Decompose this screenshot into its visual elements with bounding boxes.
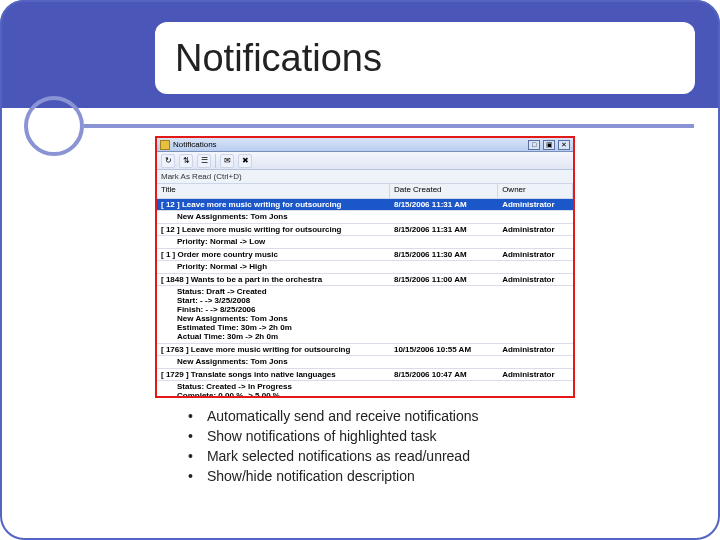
row-owner: Administrator	[498, 344, 573, 355]
notification-row[interactable]: [ 1848 ] Wants to be a part in the orche…	[157, 274, 573, 286]
row-title: [ 12 ] Leave more music writing for outs…	[157, 224, 390, 235]
sort-icon: ⇅	[183, 156, 190, 165]
detail-line: Estimated Time: 30m -> 2h 0m	[177, 323, 569, 332]
column-header-row: Title Date Created Owner	[157, 184, 573, 199]
bullet-list: Automatically send and receive notificat…	[188, 408, 628, 488]
bullet-item: Show/hide notification description	[188, 468, 628, 484]
toolbar-separator	[215, 154, 216, 168]
toolbar-button-1[interactable]: ↻	[161, 154, 175, 168]
toolbar-button-5[interactable]: ✖	[238, 154, 252, 168]
row-title: [ 1729 ] Translate songs into native lan…	[157, 369, 390, 380]
toolbar-button-4[interactable]: ✉	[220, 154, 234, 168]
toolbar-button-3[interactable]: ☰	[197, 154, 211, 168]
delete-icon: ✖	[242, 156, 249, 165]
detail-line: Start: - -> 3/25/2008	[177, 296, 569, 305]
detail-line: Status: Draft -> Created	[177, 287, 569, 296]
row-title: [ 1763 ] Leave more music writing for ou…	[157, 344, 390, 355]
window-title-text: Notifications	[173, 140, 217, 149]
detail-line: New Assignments: Tom Jons	[177, 212, 569, 221]
row-owner: Administrator	[498, 224, 573, 235]
bullet-item: Show notifications of highlighted task	[188, 428, 628, 444]
window-max-button[interactable]: ▣	[543, 140, 555, 150]
bullet-text: Show/hide notification description	[207, 468, 415, 484]
bullet-item: Mark selected notifications as read/unre…	[188, 448, 628, 464]
detail-line: Actual Time: 30m -> 2h 0m	[177, 332, 569, 341]
column-header-title[interactable]: Title	[157, 184, 390, 198]
detail-line: Priority: Normal -> High	[177, 262, 569, 271]
notification-row[interactable]: [ 12 ] Leave more music writing for outs…	[157, 199, 573, 211]
refresh-icon: ↻	[165, 156, 172, 165]
detail-line: New Assignments: Tom Jons	[177, 357, 569, 366]
toolbar: ↻ ⇅ ☰ ✉ ✖	[157, 152, 573, 170]
notification-list[interactable]: [ 12 ] Leave more music writing for outs…	[157, 199, 573, 396]
column-header-owner[interactable]: Owner	[498, 184, 573, 198]
filter-icon: ☰	[201, 156, 208, 165]
decor-hrule	[84, 124, 694, 128]
toolbar-button-2[interactable]: ⇅	[179, 154, 193, 168]
row-title: [ 1 ] Order more country music	[157, 249, 390, 260]
mark-as-read-label: Mark As Read (Ctrl+D)	[161, 172, 242, 181]
row-owner: Administrator	[498, 274, 573, 285]
app-window: Notifications □ ▣ ✕ ↻ ⇅ ☰ ✉ ✖ Mark As Re…	[155, 136, 575, 398]
detail-line: Finish: - -> 8/25/2006	[177, 305, 569, 314]
notification-detail: New Assignments: Tom Jons	[157, 356, 573, 369]
notification-detail: Priority: Normal -> High	[157, 261, 573, 274]
notification-detail: Priority: Normal -> Low	[157, 236, 573, 249]
row-date: 8/15/2006 10:47 AM	[390, 369, 498, 380]
row-title: [ 1848 ] Wants to be a part in the orche…	[157, 274, 390, 285]
row-owner: Administrator	[498, 199, 573, 210]
notification-row[interactable]: [ 1763 ] Leave more music writing for ou…	[157, 344, 573, 356]
bullet-text: Automatically send and receive notificat…	[207, 408, 479, 424]
row-date: 8/15/2006 11:31 AM	[390, 199, 498, 210]
detail-line: Priority: Normal -> Low	[177, 237, 569, 246]
app-icon	[160, 140, 170, 150]
detail-line: Complete: 0.00 % -> 5.00 %	[177, 391, 569, 396]
window-min-button[interactable]: □	[528, 140, 540, 150]
bullet-text: Show notifications of highlighted task	[207, 428, 437, 444]
notification-detail: Status: Draft -> CreatedStart: - -> 3/25…	[157, 286, 573, 344]
notification-row[interactable]: [ 12 ] Leave more music writing for outs…	[157, 224, 573, 236]
mark-read-icon: ✉	[224, 156, 231, 165]
bullet-item: Automatically send and receive notificat…	[188, 408, 628, 424]
row-owner: Administrator	[498, 249, 573, 260]
notification-row[interactable]: [ 1729 ] Translate songs into native lan…	[157, 369, 573, 381]
detail-line: Status: Created -> In Progress	[177, 382, 569, 391]
row-date: 8/15/2006 11:31 AM	[390, 224, 498, 235]
column-header-date[interactable]: Date Created	[390, 184, 498, 198]
notification-detail: New Assignments: Tom Jons	[157, 211, 573, 224]
window-titlebar[interactable]: Notifications □ ▣ ✕	[157, 138, 573, 152]
row-date: 10/15/2006 10:55 AM	[390, 344, 498, 355]
row-date: 8/15/2006 11:00 AM	[390, 274, 498, 285]
notification-detail: Status: Created -> In ProgressComplete: …	[157, 381, 573, 396]
window-close-button[interactable]: ✕	[558, 140, 570, 150]
decor-circle	[24, 96, 84, 156]
row-title: [ 12 ] Leave more music writing for outs…	[157, 199, 390, 210]
mark-as-read-bar[interactable]: Mark As Read (Ctrl+D)	[157, 170, 573, 184]
detail-line: New Assignments: Tom Jons	[177, 314, 569, 323]
bullet-text: Mark selected notifications as read/unre…	[207, 448, 470, 464]
notification-row[interactable]: [ 1 ] Order more country music8/15/2006 …	[157, 249, 573, 261]
row-owner: Administrator	[498, 369, 573, 380]
row-date: 8/15/2006 11:30 AM	[390, 249, 498, 260]
